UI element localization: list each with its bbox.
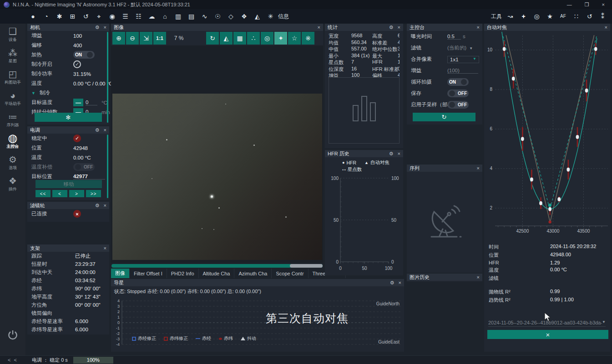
aperture-icon[interactable]: ◔ bbox=[40, 9, 53, 24]
focuser-icon[interactable]: ⊞ bbox=[66, 9, 79, 24]
loop-toggle[interactable]: ON bbox=[447, 78, 469, 86]
plugin-icon[interactable]: ❖ bbox=[238, 9, 251, 24]
rotate-button[interactable]: ↻ bbox=[206, 32, 219, 45]
guider-legend-item[interactable]: 赤纬修正 bbox=[164, 335, 188, 342]
planetarium-icon[interactable]: ✳ bbox=[264, 9, 277, 24]
focuser-nav-button[interactable]: > bbox=[69, 190, 84, 197]
telescope-icon[interactable]: ⌖ bbox=[92, 9, 106, 24]
tab-phd2-info[interactable]: PHD2 Info bbox=[167, 269, 199, 278]
sequence-close-icon[interactable]: × bbox=[477, 165, 480, 171]
tab-azimuth-cha[interactable]: Azimuth Cha bbox=[234, 269, 272, 278]
flat-wizard-icon[interactable]: ▥ bbox=[172, 9, 185, 24]
sidebar-item-sequencer[interactable]: ≔序列器 bbox=[0, 109, 25, 130]
image-canvas[interactable] bbox=[111, 45, 323, 263]
guider-legend-item[interactable]: 赤纬 bbox=[219, 335, 233, 342]
guider-icon[interactable]: ◉ bbox=[106, 9, 119, 24]
guider-legend-item[interactable]: 赤经修正 bbox=[132, 335, 156, 342]
close-button[interactable]: × bbox=[602, 2, 605, 8]
camera-close-icon[interactable]: × bbox=[104, 25, 106, 30]
filterwheel-settings-icon[interactable]: ⚙ bbox=[95, 203, 100, 209]
info-menu[interactable]: 信息 bbox=[278, 13, 289, 20]
zoom-in-button[interactable]: ⊕ bbox=[112, 32, 125, 45]
cooler-on-check-icon[interactable]: ✓ bbox=[73, 60, 81, 68]
star-detection-icon[interactable]: ∷ bbox=[570, 9, 583, 24]
collapse-sidebar-button[interactable]: < < bbox=[0, 357, 25, 363]
flip-button[interactable]: ◭ bbox=[220, 32, 233, 45]
guider-settings-icon[interactable]: ⚙ bbox=[390, 280, 395, 286]
minimize-button[interactable]: — bbox=[567, 2, 572, 8]
image-history-close-icon[interactable]: × bbox=[477, 274, 480, 280]
slew-icon[interactable]: ↝ bbox=[504, 9, 517, 24]
zoom-fit-button[interactable]: ⇲ bbox=[140, 32, 152, 45]
save-toggle[interactable]: OFF bbox=[447, 90, 469, 97]
exposure-input[interactable]: 0.5 bbox=[447, 34, 461, 40]
stats-close-icon[interactable]: × bbox=[398, 25, 400, 30]
sidebar-item-framing[interactable]: ◰构图助手 bbox=[0, 66, 25, 88]
dither-icon[interactable]: ∿ bbox=[198, 9, 211, 24]
filter-dropdown[interactable]: (当前的)▼ bbox=[447, 45, 478, 51]
flat-panel-icon[interactable]: ☰ bbox=[119, 9, 132, 24]
platesolve-icon[interactable]: ◎ bbox=[530, 9, 543, 24]
safety-monitor-icon[interactable]: ◇ bbox=[224, 9, 238, 24]
camera-settings-icon[interactable]: ⚙ bbox=[95, 25, 100, 30]
target-temp-input[interactable]: 0 bbox=[86, 100, 97, 105]
camera-icon[interactable]: ● bbox=[26, 9, 40, 24]
autofocus-report-dropdown[interactable]: 2024-11-05--20-24-26--418b9012-aa03-424b… bbox=[488, 320, 606, 327]
sidebar-item-sky-atlas[interactable]: ⁂星图 bbox=[0, 45, 25, 66]
switch-icon[interactable]: ☷ bbox=[132, 9, 145, 24]
auto-stretch-button[interactable]: ✦ bbox=[274, 32, 287, 45]
center-target-icon[interactable]: + bbox=[517, 9, 530, 24]
focuser-nav-button[interactable]: << bbox=[35, 190, 51, 197]
cooling-expander[interactable]: ▼ 制冷 bbox=[27, 88, 109, 98]
power-button[interactable] bbox=[7, 329, 19, 342]
guider-legend-item[interactable]: 抖动 bbox=[241, 335, 256, 342]
target-position-input[interactable]: 42977 bbox=[73, 174, 105, 180]
sidebar-item-plugins[interactable]: ❖插件 bbox=[0, 173, 25, 194]
rotator-icon[interactable]: ↺ bbox=[79, 9, 92, 24]
captured-image[interactable] bbox=[112, 94, 322, 260]
sidebar-item-imaging[interactable]: ◍主控台 bbox=[0, 130, 25, 152]
focuser-settings-icon[interactable]: ⚙ bbox=[95, 127, 100, 133]
bahtinov-button[interactable]: ※ bbox=[302, 32, 314, 45]
autofocus-icon[interactable]: AF bbox=[556, 9, 570, 24]
sidebar-item-flat-wizard[interactable]: ◕平场助手 bbox=[0, 88, 25, 109]
scrollbar-thumb[interactable] bbox=[290, 264, 323, 268]
hfr-close-icon[interactable]: × bbox=[398, 151, 400, 157]
zoom-out-button[interactable]: ⊖ bbox=[126, 32, 139, 45]
star-icon[interactable]: ★ bbox=[543, 9, 556, 24]
stars-frame-icon[interactable]: ⁑ bbox=[596, 9, 609, 24]
camera-heater-toggle[interactable]: ON bbox=[73, 51, 95, 59]
image-h-scrollbar[interactable] bbox=[111, 264, 323, 268]
subsample-toggle[interactable]: OFF bbox=[447, 101, 469, 109]
imaging-close-icon[interactable]: × bbox=[477, 25, 480, 30]
star-detection-button[interactable]: ∴ bbox=[247, 32, 260, 45]
image-frame-icon[interactable]: ◭ bbox=[251, 9, 264, 24]
target-temp-stepper[interactable]: — bbox=[73, 99, 83, 106]
annotate-stars-button[interactable]: ☆ bbox=[288, 32, 301, 45]
maximize-button[interactable]: ❒ bbox=[585, 2, 589, 8]
temp-comp-toggle[interactable]: OFF bbox=[73, 163, 95, 171]
guider-close-icon[interactable]: × bbox=[399, 280, 401, 286]
history-icon[interactable]: ↺ bbox=[583, 9, 596, 24]
imaging-gain-input[interactable]: (100) bbox=[447, 68, 478, 74]
one-to-one-button[interactable]: 1:1 bbox=[153, 32, 166, 45]
image-close-icon[interactable]: × bbox=[318, 25, 320, 30]
crosshair-button[interactable]: ◎ bbox=[261, 32, 273, 45]
dome-icon[interactable]: ⌂ bbox=[158, 9, 172, 24]
cool-camera-button[interactable]: ✻ bbox=[35, 113, 102, 122]
sidebar-item-equipment[interactable]: ❑设备 bbox=[0, 24, 25, 45]
autofocus-cancel-button[interactable]: × bbox=[487, 330, 608, 339]
focuser-close-icon[interactable]: × bbox=[104, 127, 106, 133]
focuser-nav-button[interactable]: >> bbox=[86, 190, 101, 197]
histogram-icon[interactable]: ▤ bbox=[185, 9, 198, 24]
hfr-settings-icon[interactable]: ⚙ bbox=[389, 151, 394, 157]
bulb-icon[interactable]: ☉ bbox=[211, 9, 224, 24]
focuser-scrollbar[interactable] bbox=[107, 135, 108, 198]
start-capture-button[interactable]: ↻ bbox=[413, 113, 475, 121]
tab-filter-offset-i[interactable]: Filter Offset I bbox=[130, 269, 167, 278]
guider-legend-item[interactable]: 赤经 bbox=[196, 335, 211, 342]
tab-图像[interactable]: 图像 bbox=[111, 269, 130, 278]
stats-settings-icon[interactable]: ⚙ bbox=[389, 25, 394, 30]
tab-scope-contr[interactable]: Scope Contr bbox=[272, 269, 308, 278]
hfr-legend-item[interactable]: ● ●星点数 bbox=[342, 166, 362, 173]
